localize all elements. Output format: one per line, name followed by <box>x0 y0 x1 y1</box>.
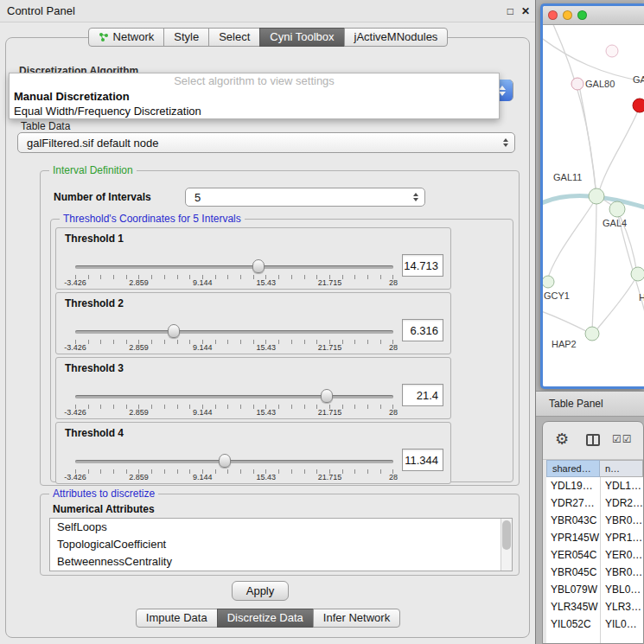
column-header-shared-name[interactable]: shared… <box>546 460 600 477</box>
slider-thumb[interactable] <box>321 389 333 403</box>
number-of-intervals-label: Number of Intervals <box>54 191 151 203</box>
threshold-1-slider[interactable] <box>75 259 393 275</box>
node-label: H <box>639 292 644 303</box>
slider-thumb[interactable] <box>219 454 231 468</box>
tab-jactivemnodules[interactable]: jActiveMNodules <box>344 28 449 47</box>
dropdown-option-equal-width[interactable]: Equal Width/Frequency Discretization <box>10 104 499 118</box>
node[interactable] <box>606 45 618 57</box>
tab-impute-data[interactable]: Impute Data <box>136 609 218 628</box>
cell[interactable]: YBL079W <box>546 581 600 598</box>
column-divider <box>600 477 601 643</box>
slider-track[interactable] <box>75 330 393 334</box>
slider-tick-labels: -3.426 2.859 9.144 15.43 21.715 28 <box>75 278 393 287</box>
threshold-1-panel: Threshold 1 -3.426 2.859 9.144 15.43 21.… <box>55 227 451 290</box>
threshold-4-value-field[interactable]: 11.344 <box>402 449 443 471</box>
tab-label: Impute Data <box>146 609 207 627</box>
slider-track[interactable] <box>75 395 393 399</box>
threshold-2-slider[interactable] <box>75 324 393 340</box>
node-red-selected[interactable] <box>633 99 644 112</box>
gear-icon[interactable]: ⚙ <box>555 430 569 449</box>
cell[interactable]: YIL052C <box>546 615 600 633</box>
table-row[interactable]: YBL079W YBL0… <box>546 581 643 598</box>
table-row[interactable]: YLR345W YLR3… <box>546 598 643 615</box>
number-of-intervals-combobox[interactable]: 5 <box>185 188 425 207</box>
slider-track[interactable] <box>75 460 393 463</box>
columns-icon[interactable] <box>586 434 600 446</box>
threshold-3-slider[interactable] <box>75 389 393 405</box>
cell[interactable]: YDL19… <box>546 477 600 494</box>
threshold-2-value-field[interactable]: 6.316 <box>402 319 443 341</box>
tab-infer-network[interactable]: Infer Network <box>313 609 400 628</box>
table-row[interactable]: YER054C YER0… <box>546 546 643 564</box>
tab-label: Discretize Data <box>227 609 303 627</box>
tab-cyni-toolbox[interactable]: Cyni Toolbox <box>259 28 344 47</box>
minimize-traffic-light-icon[interactable] <box>563 10 572 20</box>
cell[interactable]: YBR045C <box>546 564 600 581</box>
column-header-name[interactable]: n… <box>600 460 643 477</box>
threshold-label: Threshold 3 <box>65 362 124 374</box>
node-gcy1[interactable] <box>543 276 554 288</box>
node-hap2[interactable] <box>585 327 599 341</box>
bottom-tabbar: Impute Data Discretize Data Infer Networ… <box>0 609 536 628</box>
tab-network[interactable]: Network <box>88 28 165 47</box>
cell[interactable]: YPR145W <box>546 529 600 546</box>
cell[interactable]: YER054C <box>546 546 600 564</box>
cell[interactable]: YLR3… <box>600 598 643 615</box>
cell[interactable]: YBR0… <box>600 512 643 529</box>
node-gal11[interactable] <box>589 188 604 204</box>
slider-track[interactable] <box>75 265 393 269</box>
select-rows-icon[interactable]: ☑☑ <box>612 433 633 445</box>
close-icon[interactable]: ✕ <box>521 5 530 17</box>
table-data-combobox[interactable]: galFiltered.sif default node <box>17 132 515 153</box>
attributes-listbox[interactable]: SelfLoops TopologicalCoefficient Between… <box>49 518 513 571</box>
window-title: Control Panel <box>7 4 75 17</box>
table-row[interactable]: YDL19… YDL1… <box>546 477 643 494</box>
list-item[interactable]: TopologicalCoefficient <box>50 536 512 553</box>
network-view-window[interactable]: GAL80 GA GAL11 GAL4 GCY1 H HAP2 <box>540 3 644 389</box>
apply-button[interactable]: Apply <box>232 581 289 601</box>
tab-select[interactable]: Select <box>208 28 260 47</box>
table-row[interactable]: YDR27… YDR2… <box>546 494 643 512</box>
table-row[interactable]: YBR043C YBR0… <box>546 512 643 529</box>
node-gal4[interactable] <box>609 201 625 217</box>
tab-style[interactable]: Style <box>163 28 209 47</box>
node[interactable] <box>631 267 644 281</box>
threshold-1-value-field[interactable]: 14.713 <box>402 254 443 277</box>
scrollbar-thumb[interactable] <box>502 520 511 550</box>
tab-discretize-data[interactable]: Discretize Data <box>217 609 314 628</box>
cell[interactable]: YBR043C <box>546 512 600 529</box>
slider-thumb[interactable] <box>252 259 265 273</box>
table-row[interactable]: YBR045C YBR0… <box>546 564 643 581</box>
threshold-3-value-field[interactable]: 21.4 <box>402 384 443 406</box>
cell[interactable]: YIL0… <box>600 615 643 633</box>
threshold-label: Threshold 1 <box>65 233 124 245</box>
threshold-4-panel: Threshold 4 -3.426 2.859 9.144 15.43 21.… <box>55 422 451 484</box>
slider-thumb[interactable] <box>168 324 180 338</box>
threshold-label: Threshold 4 <box>65 427 124 439</box>
table-row[interactable]: YPR145W YPR1… <box>546 529 643 546</box>
cell[interactable]: YBL0… <box>600 581 643 598</box>
cell[interactable]: YDR2… <box>600 494 643 512</box>
cell[interactable]: YLR345W <box>546 598 600 615</box>
cell[interactable]: YDL1… <box>600 477 643 494</box>
table-row[interactable]: YIL052C YIL0… <box>546 615 643 633</box>
table-data-value: galFiltered.sif default node <box>27 137 158 150</box>
list-scrollbar[interactable] <box>501 519 512 571</box>
float-window-icon[interactable]: □ <box>507 5 513 17</box>
list-item[interactable]: BetweennessCentrality <box>50 553 512 571</box>
cell[interactable]: YER0… <box>600 546 643 564</box>
threshold-4-slider[interactable] <box>75 454 393 469</box>
cell[interactable]: YDR27… <box>546 494 600 512</box>
cell[interactable]: YPR1… <box>600 529 643 546</box>
cell[interactable]: YBR0… <box>600 564 643 581</box>
list-item[interactable]: SelfLoops <box>50 519 512 536</box>
tab-label: jActiveMNodules <box>354 29 438 46</box>
combo-stepper-icon <box>503 138 508 147</box>
table-toolbar: ⚙ ☑☑ <box>543 422 643 460</box>
dropdown-option-manual[interactable]: Manual Discretization <box>10 89 499 104</box>
close-traffic-light-icon[interactable] <box>548 10 558 20</box>
network-canvas[interactable]: GAL80 GA GAL11 GAL4 GCY1 H HAP2 <box>543 25 644 388</box>
table-panel-title: Table Panel <box>549 398 603 410</box>
zoom-traffic-light-icon[interactable] <box>577 10 587 20</box>
node-gal80[interactable] <box>571 78 583 90</box>
